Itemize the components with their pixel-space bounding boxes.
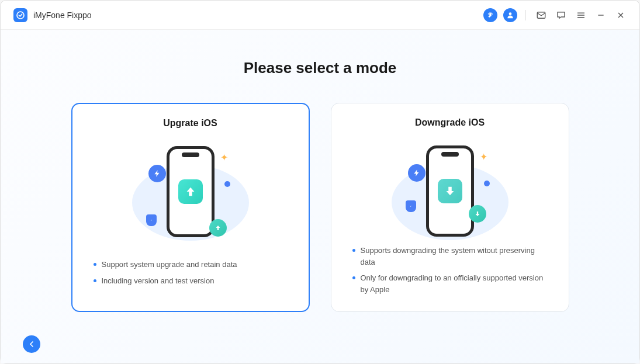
circle-arrow-up-icon: [209, 219, 227, 237]
music-icon[interactable]: [483, 8, 497, 22]
user-icon[interactable]: [503, 8, 517, 22]
feature-item: Supports downgrading the system witout p…: [352, 242, 548, 270]
mail-icon[interactable]: [534, 8, 548, 22]
upgrade-features: Support system upgrade and retain data I…: [94, 256, 288, 289]
app-logo-icon: [13, 8, 27, 22]
upgrade-illustration: ✦: [120, 141, 261, 244]
menu-icon[interactable]: [574, 8, 588, 22]
minimize-icon[interactable]: [594, 8, 608, 22]
close-icon[interactable]: [614, 8, 628, 22]
feature-item: Including version and test version: [94, 273, 288, 289]
titlebar-left: iMyFone Fixppo: [13, 8, 92, 22]
content-area: Please select a mode Upgrate iOS ✦: [1, 30, 639, 363]
mode-cards: Upgrate iOS ✦: [71, 103, 569, 312]
feedback-icon[interactable]: [554, 8, 568, 22]
app-window: iMyFone Fixppo: [0, 0, 640, 364]
sparkle-icon: ✦: [480, 151, 487, 162]
downgrade-features: Supports downgrading the system witout p…: [352, 242, 548, 297]
downgrade-illustration: ✦: [380, 141, 520, 230]
shield-icon: [146, 214, 157, 226]
circle-arrow-down-icon: [469, 205, 486, 223]
svg-point-1: [489, 15, 490, 17]
downgrade-card[interactable]: Downgrade iOS ✦: [331, 103, 569, 312]
arrow-down-icon: [438, 179, 462, 203]
shield-icon: [406, 200, 416, 212]
page-title: Please select a mode: [244, 59, 397, 77]
svg-point-2: [509, 12, 512, 15]
bolt-icon: [408, 164, 425, 182]
titlebar: iMyFone Fixppo: [1, 1, 639, 30]
upgrade-card[interactable]: Upgrate iOS ✦: [71, 103, 310, 312]
arrow-up-icon: [178, 179, 203, 204]
titlebar-right: [483, 8, 628, 22]
sparkle-icon: ✦: [220, 152, 228, 163]
divider: [525, 10, 526, 20]
app-title: iMyFone Fixppo: [33, 11, 92, 20]
back-button[interactable]: [23, 335, 40, 353]
bolt-icon: [148, 165, 166, 182]
upgrade-card-title: Upgrate iOS: [163, 118, 217, 129]
feature-item: Support system upgrade and retain data: [94, 256, 288, 273]
feature-item: Only for downgrading to an officially su…: [352, 270, 548, 297]
downgrade-card-title: Downgrade iOS: [415, 117, 485, 128]
phone-icon: [167, 146, 215, 237]
phone-icon: [426, 145, 474, 237]
